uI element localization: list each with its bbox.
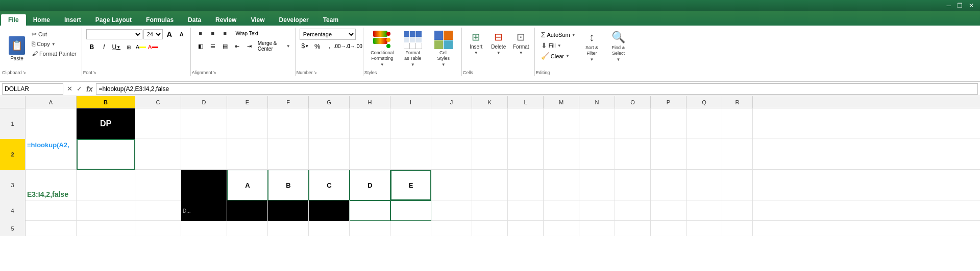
- cell-j3[interactable]: [431, 170, 472, 200]
- cell-h5[interactable]: [350, 221, 390, 236]
- cell-j5[interactable]: [431, 221, 472, 236]
- cell-h4[interactable]: [350, 200, 390, 221]
- cell-c2[interactable]: [135, 139, 181, 170]
- tab-view[interactable]: View: [243, 14, 272, 26]
- cell-c4[interactable]: [135, 200, 181, 221]
- copy-button[interactable]: ⎘ Copy ▼: [30, 39, 79, 49]
- cell-r3[interactable]: [722, 170, 753, 200]
- cell-e3[interactable]: A: [227, 170, 268, 200]
- cell-j1[interactable]: [431, 108, 472, 139]
- clipboard-group-label[interactable]: Clipboard ↘: [2, 70, 82, 75]
- merge-center-button[interactable]: Merge & Center ▼: [256, 39, 292, 53]
- indent-right-button[interactable]: ⇥: [244, 41, 255, 51]
- cell-p5[interactable]: [651, 221, 687, 236]
- cell-q1[interactable]: [687, 108, 722, 139]
- formula-input[interactable]: [96, 83, 978, 95]
- cell-i2[interactable]: [390, 139, 431, 170]
- cell-b3[interactable]: [77, 170, 135, 200]
- cell-o1[interactable]: [615, 108, 651, 139]
- increase-font-button[interactable]: A: [164, 29, 175, 40]
- col-header-c[interactable]: C: [135, 96, 181, 108]
- cell-q2[interactable]: [687, 139, 722, 170]
- cell-p4[interactable]: [651, 200, 687, 221]
- insert-function-icon[interactable]: fx: [85, 85, 94, 93]
- cell-i4[interactable]: [390, 200, 431, 221]
- tab-home[interactable]: Home: [26, 14, 57, 26]
- paste-button[interactable]: 📋 Paste: [5, 29, 29, 69]
- cell-m2[interactable]: [544, 139, 579, 170]
- font-size-select[interactable]: 24: [143, 29, 163, 39]
- align-right-button[interactable]: ▤: [219, 41, 231, 51]
- cell-d4[interactable]: D...: [181, 200, 227, 221]
- cell-b1[interactable]: DP: [77, 108, 135, 139]
- name-box[interactable]: [2, 83, 63, 95]
- insert-button[interactable]: ⊞ Insert ▼: [466, 29, 486, 57]
- delete-button[interactable]: ⊟ Delete ▼: [488, 29, 509, 57]
- cell-l1[interactable]: [508, 108, 544, 139]
- cell-j4[interactable]: [431, 200, 472, 221]
- tab-formulas[interactable]: Formulas: [139, 14, 181, 26]
- cell-k3[interactable]: [472, 170, 508, 200]
- cell-m5[interactable]: [544, 221, 579, 236]
- font-expand-icon[interactable]: ↘: [93, 70, 96, 75]
- number-format-select[interactable]: Percentage: [300, 29, 356, 40]
- window-controls[interactable]: ─ ❐ ✕: [944, 2, 976, 9]
- cell-r2[interactable]: [722, 139, 753, 170]
- cell-h2[interactable]: [350, 139, 390, 170]
- cell-q5[interactable]: [687, 221, 722, 236]
- bold-button[interactable]: B: [86, 41, 97, 53]
- cell-q4[interactable]: [687, 200, 722, 221]
- font-color-button[interactable]: A: [148, 41, 159, 53]
- col-header-d[interactable]: D: [181, 96, 227, 108]
- restore-icon[interactable]: ❐: [955, 2, 965, 9]
- cell-f4[interactable]: [268, 200, 309, 221]
- clear-button[interactable]: 🧹 Clear ▼: [539, 51, 578, 61]
- cell-e2[interactable]: [227, 139, 268, 170]
- cell-e4[interactable]: [227, 200, 268, 221]
- cell-k4[interactable]: [472, 200, 508, 221]
- tab-file[interactable]: File: [1, 14, 26, 26]
- cell-g5[interactable]: [309, 221, 350, 236]
- font-group-label[interactable]: Font ↘: [83, 70, 190, 75]
- col-header-p[interactable]: P: [651, 96, 687, 108]
- col-header-n[interactable]: N: [579, 96, 615, 108]
- cell-o2[interactable]: [615, 139, 651, 170]
- cell-d5[interactable]: [181, 221, 227, 236]
- align-top-left-button[interactable]: ≡: [195, 29, 206, 38]
- align-top-center-button[interactable]: ≡: [207, 29, 218, 38]
- sort-filter-button[interactable]: ↕ Sort &Filter ▼: [580, 29, 604, 64]
- cell-q3[interactable]: [687, 170, 722, 200]
- decrease-font-button[interactable]: A: [176, 29, 187, 40]
- cell-k1[interactable]: [472, 108, 508, 139]
- cell-n1[interactable]: [579, 108, 615, 139]
- col-header-l[interactable]: L: [508, 96, 544, 108]
- cell-n3[interactable]: [579, 170, 615, 200]
- cell-k5[interactable]: [472, 221, 508, 236]
- clipboard-expand-icon[interactable]: ↘: [22, 70, 26, 75]
- cell-o5[interactable]: [615, 221, 651, 236]
- cell-a3[interactable]: E3:I4,2,false: [26, 170, 77, 200]
- col-header-a[interactable]: A: [26, 96, 77, 108]
- underline-button[interactable]: U▼: [111, 41, 122, 53]
- col-header-k[interactable]: K: [472, 96, 508, 108]
- cell-n4[interactable]: [579, 200, 615, 221]
- cell-d1[interactable]: [181, 108, 227, 139]
- format-painter-button[interactable]: 🖌 Format Painter: [30, 49, 79, 58]
- cancel-formula-icon[interactable]: ✕: [65, 85, 74, 93]
- cell-c3[interactable]: [135, 170, 181, 200]
- cell-styles-button[interactable]: CellStyles ▼: [429, 29, 458, 69]
- cell-h3[interactable]: D: [350, 170, 390, 200]
- cell-d2[interactable]: [181, 139, 227, 170]
- cell-n2[interactable]: [579, 139, 615, 170]
- font-name-select[interactable]: [86, 29, 142, 39]
- col-header-o[interactable]: O: [615, 96, 651, 108]
- col-header-m[interactable]: M: [544, 96, 579, 108]
- find-select-button[interactable]: 🔍 Find &Select ▼: [606, 29, 631, 64]
- cell-j2[interactable]: [431, 139, 472, 170]
- cell-f1[interactable]: [268, 108, 309, 139]
- cell-g1[interactable]: [309, 108, 350, 139]
- close-icon[interactable]: ✕: [967, 2, 976, 9]
- col-header-i[interactable]: I: [390, 96, 431, 108]
- cell-o4[interactable]: [615, 200, 651, 221]
- cell-m3[interactable]: [544, 170, 579, 200]
